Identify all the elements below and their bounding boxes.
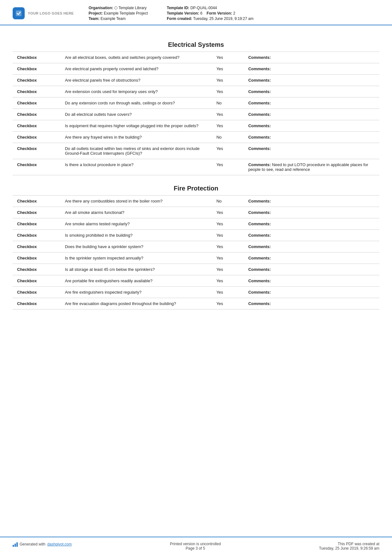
- meta-col-left: Organisation: ⬡ Template Library Project…: [89, 6, 148, 21]
- answer-cell: Yes: [212, 264, 244, 275]
- comments-cell: Comments:: [244, 230, 379, 241]
- comments-label: Comments:: [248, 256, 271, 260]
- comments-label: Comments:: [248, 55, 271, 60]
- answer-cell: Yes: [212, 63, 244, 75]
- question-cell: Is there a lockout procedure in place?: [60, 159, 212, 175]
- comments-label: Comments:: [248, 221, 271, 226]
- footer-right-line1: This PDF was created at: [319, 542, 379, 546]
- checkbox-cell: Checkbox: [13, 218, 60, 230]
- comments-cell: Comments:: [244, 298, 379, 309]
- bar1: [13, 545, 14, 547]
- table-row: CheckboxDo all outlets located within tw…: [13, 143, 379, 159]
- checkbox-cell: Checkbox: [13, 207, 60, 218]
- answer-cell: Yes: [212, 109, 244, 120]
- checkbox-cell: Checkbox: [13, 75, 60, 86]
- comments-cell: Comments:: [244, 275, 379, 287]
- answer-cell: Yes: [212, 275, 244, 287]
- checkbox-cell: Checkbox: [13, 264, 60, 275]
- comments-label: Comments:: [248, 101, 271, 105]
- table-row: CheckboxAre all smoke alarms functional?…: [13, 207, 379, 218]
- checkbox-cell: Checkbox: [13, 97, 60, 109]
- footer-right: This PDF was created at Tuesday, 25 June…: [319, 542, 379, 551]
- team-value: Example Team: [101, 16, 126, 21]
- comments-cell: Comments:: [244, 287, 379, 298]
- question-cell: Is all storage at least 45 cm below the …: [60, 264, 212, 275]
- checkbox-cell: Checkbox: [13, 132, 60, 143]
- answer-cell: Yes: [212, 298, 244, 309]
- table-row: CheckboxAre fire extinguishers inspected…: [13, 287, 379, 298]
- header-meta: Organisation: ⬡ Template Library Project…: [89, 6, 379, 21]
- footer-center-line1: Printed version is uncontrolled: [170, 542, 221, 546]
- section-title-fire: Fire Protection: [13, 185, 379, 192]
- header: YOUR LOGO GOES HERE Organisation: ⬡ Temp…: [0, 0, 392, 25]
- page: YOUR LOGO GOES HERE Organisation: ⬡ Temp…: [0, 0, 392, 555]
- bar3: [16, 542, 18, 547]
- comments-cell: Comments:: [244, 120, 379, 132]
- checkbox-cell: Checkbox: [13, 253, 60, 264]
- checkbox-cell: Checkbox: [13, 120, 60, 132]
- table-row: CheckboxAre all electrical boxes, outlet…: [13, 52, 379, 63]
- question-cell: Do all electrical outlets have covers?: [60, 109, 212, 120]
- team-line: Team: Example Team: [89, 16, 148, 21]
- comments-label: Comments:: [248, 278, 271, 283]
- table-row: CheckboxDo any extension cords run throu…: [13, 97, 379, 109]
- comments-label: Comments:: [248, 123, 271, 128]
- answer-cell: No: [212, 97, 244, 109]
- table-row: CheckboxAre portable fire extinguishers …: [13, 275, 379, 287]
- project-label: Project:: [89, 11, 103, 16]
- generated-link[interactable]: dashpivot.com: [47, 542, 72, 546]
- svg-rect-0: [16, 10, 22, 16]
- question-cell: Is equipment that requires higher voltag…: [60, 120, 212, 132]
- project-value: Example Template Project: [104, 11, 148, 16]
- comments-label: Comments:: [248, 290, 271, 295]
- comments-label: Comments:: [248, 78, 271, 83]
- footer-left: Generated with dashpivot.com: [13, 542, 72, 547]
- checkbox-cell: Checkbox: [13, 287, 60, 298]
- checkbox-cell: Checkbox: [13, 230, 60, 241]
- table-row: CheckboxAre there any combustibles store…: [13, 196, 379, 207]
- checkbox-cell: Checkbox: [13, 52, 60, 63]
- question-cell: Do all outlets located within two metres…: [60, 143, 212, 159]
- question-cell: Is smoking prohibited in the building?: [60, 230, 212, 241]
- checkbox-cell: Checkbox: [13, 63, 60, 75]
- comments-label: Comments:: [248, 244, 271, 249]
- question-cell: Does the building have a sprinkler syste…: [60, 241, 212, 253]
- meta-col-right: Template ID: DP-QUAL-0044 Template Versi…: [167, 6, 253, 21]
- answer-cell: No: [212, 132, 244, 143]
- comments-cell: Comments:: [244, 86, 379, 97]
- question-cell: Are portable fire extinguishers readily …: [60, 275, 212, 287]
- comments-label: Comments:: [248, 267, 271, 272]
- table-row: CheckboxIs smoking prohibited in the bui…: [13, 230, 379, 241]
- template-version-value: 6: [200, 11, 202, 16]
- org-value: ⬡ Template Library: [114, 6, 146, 10]
- bar2: [15, 544, 16, 547]
- question-cell: Are all smoke alarms functional?: [60, 207, 212, 218]
- template-version-label: Template Version:: [167, 11, 199, 16]
- version-line: Template Version: 6 Form Version: 2: [167, 11, 253, 16]
- question-cell: Are there any combustibles stored in the…: [60, 196, 212, 207]
- table-row: CheckboxAre extension cords used for tem…: [13, 86, 379, 97]
- footer-center-line2: Page 3 of 5: [170, 546, 221, 551]
- template-id-value: DP-QUAL-0044: [190, 6, 217, 10]
- checkbox-cell: Checkbox: [13, 298, 60, 309]
- comments-label: Comments:: [248, 146, 271, 151]
- dashpivot-bar-icon: [13, 542, 18, 547]
- comments-cell: Comments:: [244, 253, 379, 264]
- checkbox-cell: Checkbox: [13, 241, 60, 253]
- comments-cell: Comments:: [244, 264, 379, 275]
- table-row: CheckboxIs the sprinkler system inspecte…: [13, 253, 379, 264]
- org-line: Organisation: ⬡ Template Library: [89, 6, 148, 10]
- comments-label: Comments:: [248, 112, 271, 117]
- comments-cell: Comments:: [244, 63, 379, 75]
- comments-cell: Comments:: [244, 241, 379, 253]
- comments-cell: Comments:: [244, 196, 379, 207]
- table-row: CheckboxAre there any frayed wires in th…: [13, 132, 379, 143]
- section-title-electrical: Electrical Systems: [13, 41, 379, 48]
- answer-cell: Yes: [212, 86, 244, 97]
- table-row: CheckboxIs equipment that requires highe…: [13, 120, 379, 132]
- comments-label: Comments:: [248, 301, 271, 306]
- form-version-value: 2: [233, 11, 235, 16]
- comments-label: Comments:: [248, 210, 271, 215]
- comments-cell: Comments:: [244, 52, 379, 63]
- question-cell: Are extension cords used for temporary u…: [60, 86, 212, 97]
